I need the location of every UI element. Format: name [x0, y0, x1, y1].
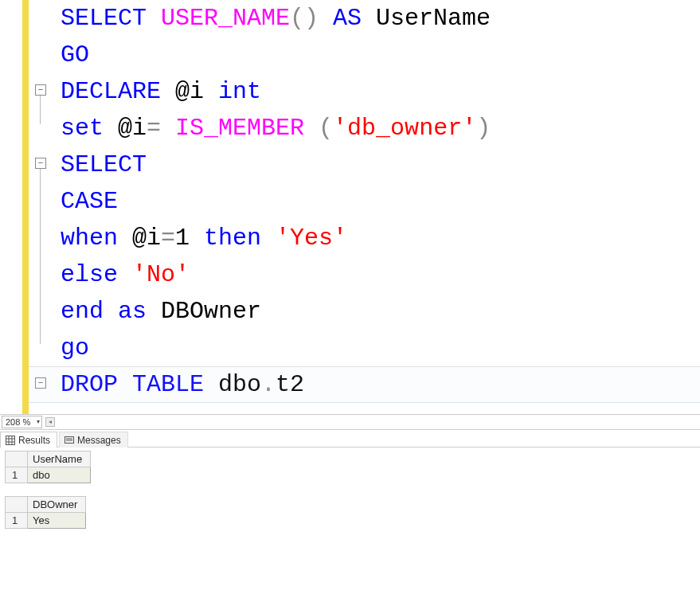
- fold-toggle[interactable]: −: [35, 377, 46, 389]
- code-line[interactable]: SELECT USER_NAME() AS UserName: [61, 0, 491, 37]
- token: DBOwner: [147, 298, 261, 325]
- token: CASE: [61, 188, 118, 215]
- token: .: [261, 371, 276, 398]
- token: then: [204, 225, 276, 252]
- token: GO: [61, 41, 89, 68]
- token: UserName: [362, 5, 491, 32]
- token: IS_MEMBER: [175, 115, 304, 142]
- token: set: [61, 115, 104, 142]
- zoom-bar: 208 % ▾ ◂: [0, 414, 700, 430]
- tab-results-label: Results: [18, 435, 50, 446]
- grid-corner: [6, 451, 28, 467]
- messages-icon: [65, 436, 74, 445]
- token: AS: [333, 5, 362, 32]
- code-line[interactable]: when @i=1 then 'Yes': [61, 220, 491, 256]
- code-line[interactable]: DECLARE @i int: [61, 73, 491, 110]
- token: end as: [61, 298, 147, 325]
- horizontal-scroll-left[interactable]: ◂: [45, 417, 55, 427]
- zoom-value: 208 %: [6, 417, 30, 427]
- code-line[interactable]: DROP TABLE dbo.t2: [61, 366, 491, 403]
- token: ): [476, 115, 491, 142]
- tab-messages[interactable]: Messages: [59, 432, 128, 448]
- tab-results[interactable]: Results: [0, 432, 57, 448]
- token: SELECT: [61, 151, 147, 178]
- change-indicator-bar: [22, 0, 29, 414]
- code-content[interactable]: SELECT USER_NAME() AS UserNameGODECLARE …: [61, 0, 491, 403]
- token: @i: [118, 225, 161, 252]
- token: [304, 115, 319, 142]
- grid-icon: [6, 436, 15, 445]
- token: DROP TABLE: [61, 371, 204, 398]
- result-grid[interactable]: UserName1dbo: [5, 451, 91, 483]
- token: (: [319, 115, 333, 142]
- token: USER_NAME: [161, 5, 290, 32]
- fold-toggle[interactable]: −: [35, 84, 46, 96]
- fold-toggle[interactable]: −: [35, 158, 46, 169]
- result-tabs: Results Messages: [0, 430, 700, 448]
- svg-rect-0: [6, 436, 15, 444]
- chevron-down-icon: ▾: [37, 418, 40, 425]
- token: (): [290, 5, 333, 32]
- fold-guide: [40, 169, 41, 344]
- row-number[interactable]: 1: [6, 513, 28, 529]
- code-line[interactable]: GO: [61, 37, 491, 73]
- token: t2: [276, 371, 304, 398]
- token: 'db_owner': [333, 115, 476, 142]
- fold-guide: [40, 96, 41, 124]
- code-line[interactable]: end as DBOwner: [61, 293, 491, 330]
- code-line[interactable]: else 'No': [61, 256, 491, 293]
- result-grid[interactable]: DBOwner1Yes: [5, 496, 86, 529]
- row-number[interactable]: 1: [6, 467, 28, 483]
- token: when: [61, 225, 118, 252]
- tab-messages-label: Messages: [77, 435, 121, 446]
- column-header[interactable]: DBOwner: [28, 497, 86, 513]
- token: 'No': [132, 261, 190, 288]
- grid-corner: [6, 497, 28, 513]
- code-line[interactable]: CASE: [61, 183, 491, 220]
- token: int: [218, 78, 261, 105]
- grid-cell[interactable]: Yes: [28, 513, 86, 529]
- code-line[interactable]: go: [61, 330, 491, 366]
- code-line[interactable]: set @i= IS_MEMBER ('db_owner'): [61, 110, 491, 147]
- token: 'Yes': [276, 225, 347, 252]
- code-editor[interactable]: −−− SELECT USER_NAME() AS UserNameGODECL…: [0, 0, 700, 414]
- token: =: [161, 225, 175, 252]
- token: SELECT: [61, 5, 161, 32]
- grid-cell[interactable]: dbo: [28, 467, 91, 483]
- token: DECLARE: [61, 78, 161, 105]
- token: @i: [161, 78, 218, 105]
- results-pane[interactable]: UserName1dboDBOwner1Yes: [0, 448, 700, 598]
- zoom-select[interactable]: 208 % ▾: [2, 416, 42, 428]
- token: go: [61, 334, 89, 362]
- editor-gutter: −−−: [29, 0, 56, 414]
- code-line[interactable]: SELECT: [61, 147, 491, 183]
- token: =: [147, 115, 175, 142]
- column-header[interactable]: UserName: [28, 451, 91, 467]
- token: 1: [175, 225, 204, 252]
- token: dbo: [204, 371, 261, 398]
- token: else: [61, 261, 132, 288]
- token: @i: [104, 115, 147, 142]
